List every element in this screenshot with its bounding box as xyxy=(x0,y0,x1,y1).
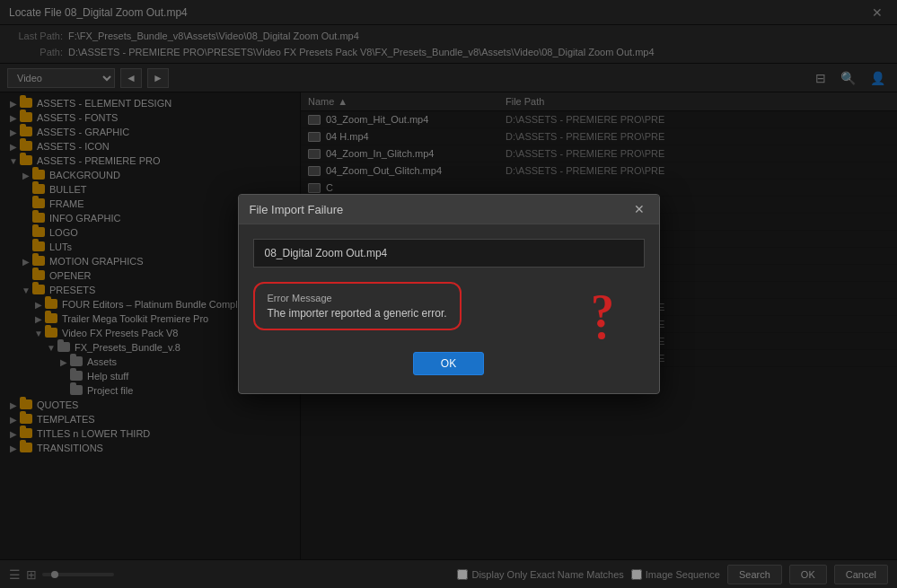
modal-ok-button[interactable]: OK xyxy=(413,352,484,375)
modal-body: 08_Digital Zoom Out.mp4 Error Message Th… xyxy=(239,224,659,393)
modal-footer: OK xyxy=(253,345,645,379)
modal-title: File Import Failure xyxy=(250,203,344,216)
modal-error-section: Error Message The importer reported a ge… xyxy=(253,282,645,330)
modal-title-bar: File Import Failure ✕ xyxy=(239,195,659,224)
svg-text:?: ? xyxy=(591,285,614,337)
error-label: Error Message xyxy=(268,293,447,303)
svg-point-1 xyxy=(598,332,605,339)
question-mark-icon: ? xyxy=(582,277,636,340)
file-import-failure-modal: File Import Failure ✕ 08_Digital Zoom Ou… xyxy=(238,194,660,394)
modal-filename: 08_Digital Zoom Out.mp4 xyxy=(253,239,645,268)
error-message: The importer reported a generic error. xyxy=(268,307,447,320)
error-box: Error Message The importer reported a ge… xyxy=(253,282,462,330)
modal-close-button[interactable]: ✕ xyxy=(630,202,648,216)
modal-overlay: File Import Failure ✕ 08_Digital Zoom Ou… xyxy=(0,0,897,588)
